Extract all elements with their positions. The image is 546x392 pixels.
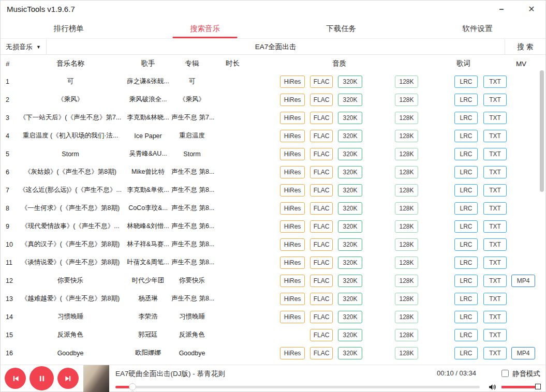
- download-flac-button[interactable]: FLAC: [310, 202, 333, 215]
- download-320k-button[interactable]: 320K: [338, 202, 362, 215]
- download-flac-button[interactable]: FLAC: [310, 329, 333, 341]
- volume-bar[interactable]: [501, 386, 538, 388]
- download-320k-button[interactable]: 320K: [338, 112, 362, 124]
- download-mp4-button[interactable]: MP4: [511, 275, 535, 287]
- download-flac-button[interactable]: FLAC: [310, 275, 333, 287]
- download-128k-button[interactable]: 128K: [395, 257, 418, 269]
- download-flac-button[interactable]: FLAC: [310, 347, 333, 359]
- download-hires-button[interactable]: HiRes: [280, 112, 305, 124]
- download-hires-button[interactable]: HiRes: [280, 148, 305, 160]
- download-flac-button[interactable]: FLAC: [310, 311, 333, 323]
- download-320k-button[interactable]: 320K: [338, 94, 362, 106]
- download-txt-button[interactable]: TXT: [483, 166, 507, 178]
- download-320k-button[interactable]: 320K: [338, 347, 362, 359]
- download-txt-button[interactable]: TXT: [483, 184, 507, 197]
- tab-ranking[interactable]: 排行榜单: [1, 19, 137, 38]
- close-button[interactable]: ✕: [523, 3, 540, 16]
- download-lrc-button[interactable]: LRC: [454, 112, 478, 124]
- download-128k-button[interactable]: 128K: [395, 329, 418, 341]
- download-txt-button[interactable]: TXT: [483, 311, 507, 323]
- download-flac-button[interactable]: FLAC: [310, 257, 333, 269]
- download-hires-button[interactable]: HiRes: [280, 257, 305, 269]
- download-128k-button[interactable]: 128K: [395, 166, 418, 178]
- download-txt-button[interactable]: TXT: [483, 94, 507, 106]
- download-hires-button[interactable]: HiRes: [280, 202, 305, 215]
- download-lrc-button[interactable]: LRC: [454, 94, 478, 106]
- download-txt-button[interactable]: TXT: [483, 329, 507, 341]
- download-lrc-button[interactable]: LRC: [454, 76, 478, 88]
- download-hires-button[interactable]: HiRes: [280, 94, 305, 106]
- download-128k-button[interactable]: 128K: [395, 311, 418, 323]
- volume-thumb[interactable]: [535, 384, 541, 389]
- download-txt-button[interactable]: TXT: [483, 130, 507, 142]
- download-lrc-button[interactable]: LRC: [454, 347, 478, 359]
- download-lrc-button[interactable]: LRC: [454, 311, 478, 323]
- tab-search-music[interactable]: 搜索音乐: [137, 19, 273, 38]
- download-320k-button[interactable]: 320K: [338, 275, 362, 287]
- previous-track-button[interactable]: [5, 368, 26, 389]
- download-320k-button[interactable]: 320K: [338, 220, 362, 233]
- download-hires-button[interactable]: HiRes: [280, 166, 305, 178]
- download-lrc-button[interactable]: LRC: [454, 257, 478, 269]
- download-txt-button[interactable]: TXT: [483, 220, 507, 233]
- scrollbar-thumb[interactable]: [540, 70, 544, 192]
- download-hires-button[interactable]: HiRes: [280, 293, 305, 305]
- download-128k-button[interactable]: 128K: [395, 275, 418, 287]
- download-lrc-button[interactable]: LRC: [454, 148, 478, 160]
- download-flac-button[interactable]: FLAC: [310, 112, 333, 124]
- download-txt-button[interactable]: TXT: [483, 275, 507, 287]
- download-128k-button[interactable]: 128K: [395, 112, 418, 124]
- download-320k-button[interactable]: 320K: [338, 166, 362, 178]
- download-txt-button[interactable]: TXT: [483, 112, 507, 124]
- tab-download-tasks[interactable]: 下载任务: [273, 19, 409, 38]
- download-txt-button[interactable]: TXT: [483, 76, 507, 88]
- download-128k-button[interactable]: 128K: [395, 130, 418, 142]
- download-flac-button[interactable]: FLAC: [310, 130, 333, 142]
- download-flac-button[interactable]: FLAC: [310, 166, 333, 178]
- search-button[interactable]: 搜 索: [505, 39, 545, 54]
- download-flac-button[interactable]: FLAC: [310, 220, 333, 233]
- tab-settings[interactable]: 软件设置: [409, 19, 545, 38]
- download-hires-button[interactable]: HiRes: [280, 347, 305, 359]
- download-txt-button[interactable]: TXT: [483, 257, 507, 269]
- mute-checkbox[interactable]: [501, 370, 509, 377]
- download-flac-button[interactable]: FLAC: [310, 238, 333, 251]
- download-flac-button[interactable]: FLAC: [310, 293, 333, 305]
- mute-label[interactable]: 静音模式: [512, 369, 540, 379]
- download-128k-button[interactable]: 128K: [395, 148, 418, 160]
- download-320k-button[interactable]: 320K: [338, 76, 362, 88]
- download-lrc-button[interactable]: LRC: [454, 329, 478, 341]
- next-track-button[interactable]: [57, 368, 79, 389]
- download-lrc-button[interactable]: LRC: [454, 130, 478, 142]
- download-txt-button[interactable]: TXT: [483, 293, 507, 305]
- download-hires-button[interactable]: HiRes: [280, 76, 305, 88]
- download-128k-button[interactable]: 128K: [395, 94, 418, 106]
- download-320k-button[interactable]: 320K: [338, 293, 362, 305]
- download-hires-button[interactable]: HiRes: [280, 130, 305, 142]
- download-hires-button[interactable]: HiRes: [280, 275, 305, 287]
- download-128k-button[interactable]: 128K: [395, 184, 418, 197]
- download-mp4-button[interactable]: MP4: [511, 347, 535, 359]
- download-flac-button[interactable]: FLAC: [310, 184, 333, 197]
- progress-bar[interactable]: [115, 386, 480, 388]
- download-320k-button[interactable]: 320K: [338, 329, 362, 341]
- download-320k-button[interactable]: 320K: [338, 238, 362, 251]
- download-320k-button[interactable]: 320K: [338, 257, 362, 269]
- download-flac-button[interactable]: FLAC: [310, 76, 333, 88]
- download-hires-button[interactable]: HiRes: [280, 311, 305, 323]
- volume-icon[interactable]: [488, 382, 497, 392]
- download-lrc-button[interactable]: LRC: [454, 202, 478, 215]
- download-lrc-button[interactable]: LRC: [454, 184, 478, 197]
- download-txt-button[interactable]: TXT: [483, 202, 507, 215]
- download-txt-button[interactable]: TXT: [483, 238, 507, 251]
- download-320k-button[interactable]: 320K: [338, 130, 362, 142]
- download-320k-button[interactable]: 320K: [338, 311, 362, 323]
- download-128k-button[interactable]: 128K: [395, 202, 418, 215]
- download-320k-button[interactable]: 320K: [338, 148, 362, 160]
- download-lrc-button[interactable]: LRC: [454, 275, 478, 287]
- download-lrc-button[interactable]: LRC: [454, 220, 478, 233]
- minimize-button[interactable]: –: [493, 3, 510, 16]
- download-hires-button[interactable]: HiRes: [280, 184, 305, 197]
- pause-button[interactable]: [29, 366, 54, 390]
- download-320k-button[interactable]: 320K: [338, 184, 362, 197]
